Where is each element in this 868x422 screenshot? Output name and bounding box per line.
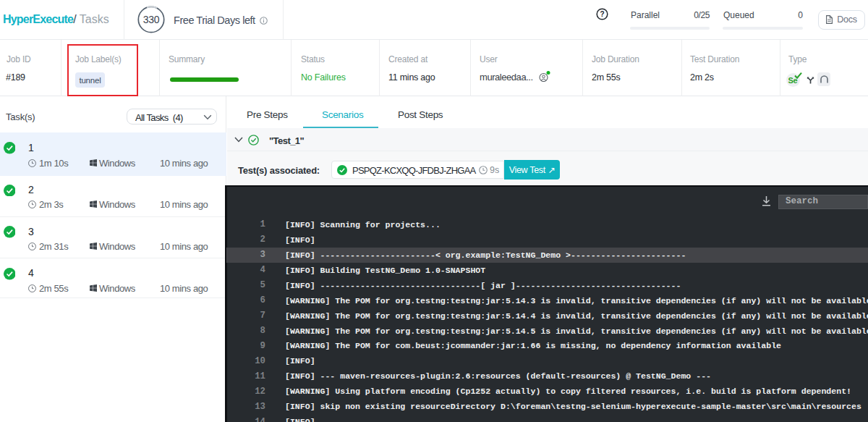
svg-text:?: ? [600,10,604,18]
svg-text:330: 330 [143,14,160,25]
